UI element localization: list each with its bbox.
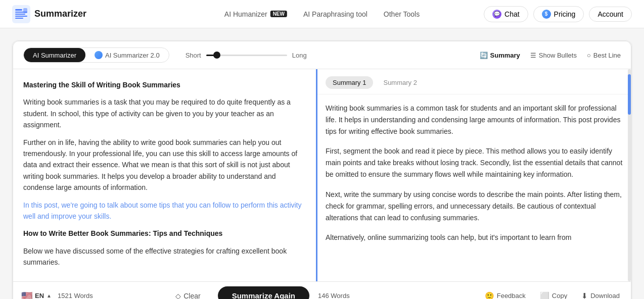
nav-other-tools[interactable]: Other Tools bbox=[384, 10, 420, 18]
slider-long-label: Long bbox=[292, 52, 307, 59]
copy-button[interactable]: ⬜ Copy bbox=[537, 289, 570, 300]
summary-tabs: Summary 1 Summary 2 bbox=[317, 69, 631, 94]
svg-rect-3 bbox=[15, 14, 25, 15]
bullets-icon: ☰ bbox=[530, 52, 536, 59]
word-count-left: 1521 Words bbox=[58, 292, 93, 299]
language-selector[interactable]: 🇺🇸 EN ▲ bbox=[21, 290, 52, 300]
pricing-label: Pricing bbox=[554, 10, 576, 18]
toolbar-right: 🔄 Summary ☰ Show Bullets ○ Best Line bbox=[480, 52, 621, 59]
copy-label: Copy bbox=[552, 292, 567, 299]
summary-para-4: Alternatively, online summarizing tools … bbox=[326, 232, 623, 243]
tool-card: AI Summarizer AI Summarizer 2.0 Short Lo… bbox=[12, 40, 632, 299]
nav-ai-humanizer[interactable]: AI Humanizer NEW bbox=[224, 10, 287, 18]
input-title: Mastering the Skill of Writing Book Summ… bbox=[23, 79, 306, 90]
clear-label: Clear bbox=[183, 292, 200, 300]
new-badge: NEW bbox=[270, 11, 287, 17]
nav-right: 💬 Chat Pricing Account bbox=[484, 6, 632, 22]
header: Summarizer AI Humanizer NEW AI Paraphras… bbox=[0, 0, 644, 28]
pricing-button[interactable]: Pricing bbox=[533, 6, 584, 22]
summary-para-3: Next, write the summary by using concise… bbox=[326, 189, 623, 224]
chat-button[interactable]: 💬 Chat bbox=[484, 6, 528, 22]
account-label: Account bbox=[597, 10, 623, 18]
toolbar: AI Summarizer AI Summarizer 2.0 Short Lo… bbox=[13, 41, 631, 69]
download-icon: ⬇ bbox=[581, 291, 588, 300]
bottom-bar: 🇺🇸 EN ▲ 1521 Words ◇ Clear Summarize Aga… bbox=[13, 282, 631, 299]
logo: Summarizer bbox=[12, 5, 93, 23]
length-slider[interactable] bbox=[206, 55, 287, 56]
slider-short-label: Short bbox=[186, 52, 201, 59]
bottom-left: 🇺🇸 EN ▲ 1521 Words ◇ Clear Summarize Aga… bbox=[21, 286, 309, 299]
logo-text: Summarizer bbox=[34, 9, 86, 19]
ai-humanizer-label: AI Humanizer bbox=[224, 10, 267, 18]
tab-v2-label: AI Summarizer 2.0 bbox=[105, 52, 160, 59]
account-button[interactable]: Account bbox=[589, 7, 632, 22]
summary-tab-1[interactable]: Summary 1 bbox=[326, 76, 373, 89]
summary-tab-2[interactable]: Summary 2 bbox=[376, 76, 424, 89]
clear-button[interactable]: ◇ Clear bbox=[168, 289, 207, 300]
pricing-icon bbox=[542, 10, 551, 19]
scrollbar[interactable] bbox=[628, 69, 631, 281]
word-count-right: 146 Words bbox=[318, 292, 350, 299]
content-area: Mastering the Skill of Writing Book Summ… bbox=[13, 69, 631, 282]
main-content: AI Summarizer AI Summarizer 2.0 Short Lo… bbox=[0, 28, 644, 299]
input-para-1: Writing book summaries is a task that yo… bbox=[23, 96, 306, 130]
option-summary[interactable]: 🔄 Summary bbox=[480, 52, 520, 59]
right-panel: Summary 1 Summary 2 Writing book summari… bbox=[317, 69, 631, 281]
option-bestline[interactable]: ○ Best Line bbox=[587, 52, 621, 59]
feedback-icon: 🙂 bbox=[485, 291, 494, 300]
bottom-right: 146 Words 🙂 Feedback ⬜ Copy ⬇ Download bbox=[309, 289, 623, 300]
nav-center: AI Humanizer NEW AI Paraphrasing tool Ot… bbox=[224, 10, 420, 18]
input-para-3: In this post, we're going to talk about … bbox=[23, 200, 306, 222]
tab-ai-summarizer-v2[interactable]: AI Summarizer 2.0 bbox=[85, 48, 169, 62]
option-bullets[interactable]: ☰ Show Bullets bbox=[530, 52, 577, 59]
input-subtitle: How to Write Better Book Summaries: Tips… bbox=[23, 228, 306, 239]
length-slider-area: Short Long bbox=[186, 52, 307, 59]
language-label: EN bbox=[35, 292, 44, 299]
language-arrow: ▲ bbox=[47, 293, 52, 298]
summary-icon: 🔄 bbox=[480, 52, 488, 59]
logo-icon bbox=[12, 5, 30, 23]
feedback-label: Feedback bbox=[497, 292, 526, 299]
svg-rect-5 bbox=[15, 18, 23, 19]
left-panel[interactable]: Mastering the Skill of Writing Book Summ… bbox=[13, 69, 317, 281]
summarize-button[interactable]: Summarize Again bbox=[218, 286, 309, 299]
chat-icon: 💬 bbox=[492, 10, 501, 19]
summary-content[interactable]: Writing book summaries is a common task … bbox=[317, 94, 631, 281]
summary-para-2: First, segment the book and read it piec… bbox=[326, 145, 623, 180]
ai-paraphrasing-label: AI Paraphrasing tool bbox=[303, 10, 367, 18]
scrollbar-thumb bbox=[628, 74, 631, 115]
summarizer-tabs: AI Summarizer AI Summarizer 2.0 bbox=[23, 47, 169, 63]
download-button[interactable]: ⬇ Download bbox=[578, 289, 623, 300]
summary-para-1: Writing book summaries is a common task … bbox=[326, 103, 623, 137]
option-bullets-label: Show Bullets bbox=[539, 52, 577, 59]
feedback-button[interactable]: 🙂 Feedback bbox=[482, 289, 529, 300]
copy-icon: ⬜ bbox=[540, 291, 549, 300]
v2-icon bbox=[95, 51, 103, 59]
clear-icon: ◇ bbox=[175, 292, 181, 300]
option-bestline-label: Best Line bbox=[593, 52, 621, 59]
svg-rect-1 bbox=[15, 9, 22, 11]
flag-icon: 🇺🇸 bbox=[21, 290, 32, 300]
download-label: Download bbox=[590, 292, 620, 299]
input-para-2: Further on in life, having the ability t… bbox=[23, 137, 306, 193]
nav-ai-paraphrasing[interactable]: AI Paraphrasing tool bbox=[303, 10, 367, 18]
input-para-4: Below we have discussed some of the effe… bbox=[23, 245, 306, 268]
other-tools-label: Other Tools bbox=[384, 10, 420, 18]
svg-rect-4 bbox=[15, 16, 27, 17]
option-summary-label: Summary bbox=[490, 52, 520, 59]
tab-ai-summarizer[interactable]: AI Summarizer bbox=[24, 48, 85, 62]
chat-label: Chat bbox=[504, 10, 520, 18]
bestline-icon: ○ bbox=[587, 52, 591, 59]
svg-rect-6 bbox=[23, 8, 27, 13]
